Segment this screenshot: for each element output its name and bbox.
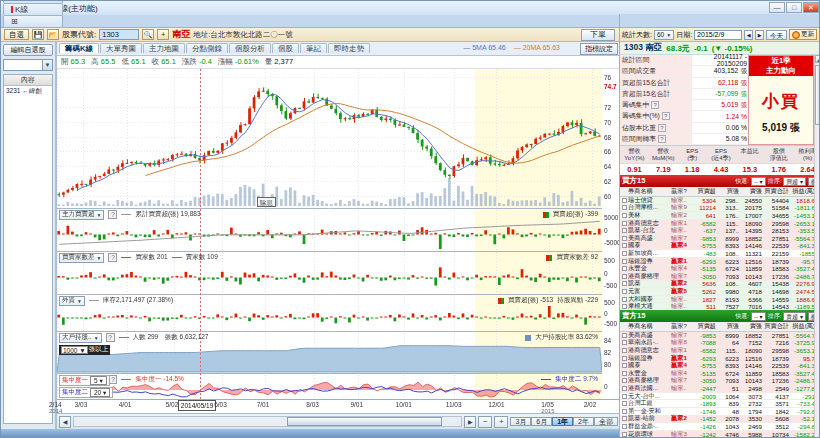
row-checkbox[interactable] [620, 356, 628, 361]
chart-tab-8[interactable]: 即時走勢 [328, 43, 370, 53]
scroll-left-arrow[interactable]: ◀ [59, 416, 71, 428]
chart-tab-6[interactable]: 個股 [272, 43, 299, 53]
scroll-right-arrow[interactable]: ▶ [464, 416, 476, 428]
row-checkbox[interactable] [620, 432, 628, 437]
date-input[interactable] [694, 30, 742, 40]
row-checkbox[interactable] [620, 409, 628, 414]
folder-icon[interactable]: 📂 [47, 29, 59, 40]
period-button-1年[interactable]: 1年 [552, 417, 573, 426]
main-tab-6[interactable]: K線 [3, 3, 63, 15]
zoom-in-button[interactable]: + [494, 416, 508, 428]
row-checkbox[interactable] [620, 378, 628, 383]
favorites-button[interactable]: 自選 [4, 29, 29, 40]
next-day-arrow[interactable]: ▶ [755, 30, 764, 40]
add-icon[interactable]: + [157, 29, 169, 40]
days-select[interactable]: 60▼ [654, 30, 674, 40]
ratio-header: 股價 淨值比 [764, 146, 793, 163]
chart-canvas-wrap[interactable]: 767270686664626074.750000-50005000-50050… [57, 69, 620, 413]
cell-value: 6223 [718, 355, 741, 362]
row-checkbox[interactable] [620, 424, 628, 429]
quick-select[interactable]: -- ▾ [751, 312, 766, 321]
help-icon[interactable]: ? [108, 253, 117, 262]
period-button-3月[interactable]: 3月 [510, 417, 531, 426]
panel4-indicator-select[interactable]: 外資▼ [59, 296, 85, 306]
right-panel-scrollbar[interactable]: ▲ [814, 55, 820, 438]
edit-favorites-button[interactable]: 編輯自選股 [3, 44, 53, 56]
chart-tab-3[interactable]: 主力地圖 [143, 43, 185, 53]
conc2-param-select[interactable]: 20 ▾ [90, 388, 110, 397]
holders-threshold-select[interactable]: 1000 ▼張以上 [59, 345, 110, 355]
row-checkbox[interactable] [620, 304, 628, 309]
row-checkbox[interactable] [620, 266, 628, 271]
period-button-2年[interactable]: 2年 [573, 417, 594, 426]
chart-tab-7[interactable]: 筆記 [300, 43, 327, 53]
row-checkbox[interactable] [620, 297, 628, 302]
conc1-param-select[interactable]: 5 ▾ [90, 376, 107, 385]
quick-select[interactable]: -- ▾ [751, 177, 766, 186]
period-button-6月[interactable]: 6月 [531, 417, 552, 426]
panel2-indicator-select[interactable]: 主力買賣超▼ [59, 210, 104, 220]
maximize-button[interactable]: □ [786, 2, 802, 13]
row-checkbox[interactable] [620, 281, 628, 286]
close-button[interactable]: ✕ [803, 2, 819, 13]
panel5-indicator-select[interactable]: 大戶持股..▼ [59, 333, 102, 343]
cell-value: 27851 [764, 332, 791, 339]
help-icon[interactable]: ? [108, 375, 117, 384]
row-checkbox[interactable] [620, 371, 628, 376]
help-icon[interactable]: ? [106, 333, 115, 342]
prev-day-arrow[interactable]: ◀ [744, 30, 753, 40]
chart-tab-1[interactable]: 籌碼K線 [59, 43, 99, 53]
row-checkbox[interactable] [620, 333, 628, 338]
row-checkbox[interactable] [620, 251, 628, 256]
row-checkbox[interactable] [620, 228, 628, 233]
chart-tab-5[interactable]: 個股分析 [229, 43, 271, 53]
row-checkbox[interactable] [620, 259, 628, 264]
chart-tab-2[interactable]: 大單秀圖 [100, 43, 142, 53]
row-checkbox[interactable] [620, 401, 628, 406]
cell-value: 22539 [764, 242, 791, 249]
help-icon[interactable]: ? [651, 101, 659, 109]
x-axis-tick: 9/01 [350, 401, 363, 408]
minimize-button[interactable]: — [769, 2, 785, 13]
favorites-list-item[interactable]: 3231 ←緯創 [4, 86, 52, 97]
sort-select[interactable]: 買超 ▾ [783, 177, 806, 186]
row-checkbox[interactable] [620, 363, 628, 368]
today-button[interactable]: 今天 [766, 30, 787, 40]
row-checkbox[interactable] [620, 289, 628, 294]
add-tab-button[interactable]: ⊞ [3, 15, 63, 27]
col-4: 賣張 [741, 187, 764, 196]
row-checkbox[interactable] [620, 221, 628, 226]
search-icon[interactable]: 🔍 [142, 29, 154, 40]
chart-tab-4[interactable]: 分點側錄 [186, 43, 228, 53]
sort-select[interactable]: 賣超 ▾ [783, 312, 806, 321]
help-icon[interactable]: ? [662, 112, 670, 120]
row-checkbox[interactable] [620, 213, 628, 218]
refresh-button[interactable]: 更新 [789, 29, 817, 40]
panel3-indicator-select[interactable]: 買賣家數差▼ [59, 253, 104, 263]
favorites-group-select[interactable]: ▼ [3, 59, 53, 71]
row-checkbox[interactable] [620, 243, 628, 248]
indicator-settings-button[interactable]: 指標設定 [580, 43, 618, 55]
stock-code-input[interactable] [99, 29, 139, 40]
save-icon[interactable]: 💾 [32, 29, 44, 40]
period-button-全部[interactable]: 全部 [594, 417, 618, 426]
row-checkbox[interactable] [620, 394, 628, 399]
row-checkbox[interactable] [620, 416, 628, 421]
row-checkbox[interactable] [620, 340, 628, 345]
scrollbar-thumb[interactable] [815, 65, 820, 125]
help-icon[interactable]: ? [658, 135, 666, 143]
scrollbar-thumb[interactable] [287, 417, 442, 426]
row-checkbox[interactable] [620, 274, 628, 279]
row-checkbox[interactable] [620, 198, 628, 203]
row-checkbox[interactable] [620, 205, 628, 210]
row-checkbox[interactable] [620, 386, 628, 391]
zoom-out-button[interactable]: − [478, 416, 492, 428]
order-button[interactable]: 下單 [581, 29, 615, 41]
help-icon[interactable]: ? [108, 210, 117, 219]
help-icon[interactable]: ? [658, 124, 666, 132]
price-volume-chart[interactable] [57, 69, 602, 399]
row-checkbox[interactable] [620, 348, 628, 353]
row-checkbox[interactable] [620, 236, 628, 241]
scroll-up-arrow[interactable]: ▲ [815, 55, 820, 63]
chart-scrollbar[interactable] [73, 416, 462, 427]
